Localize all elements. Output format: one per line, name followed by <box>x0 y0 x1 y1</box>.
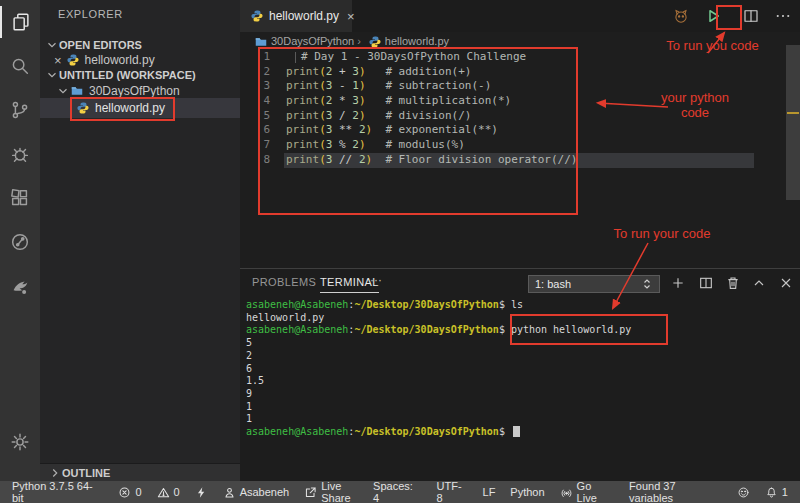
breadcrumb[interactable]: 30DaysOfPython › helloworld.py <box>240 32 800 50</box>
tab-title: helloworld.py <box>269 9 339 23</box>
stepper-icon <box>641 277 653 291</box>
status-label: LF <box>483 486 496 498</box>
code-line-4[interactable]: 4print(2 * 3) # multiplication(*) <box>240 94 800 109</box>
workspace-label: UNTITLED (WORKSPACE) <box>59 69 196 81</box>
tab-bar: helloworld.py × <box>240 0 800 32</box>
status-lightning[interactable] <box>195 486 208 499</box>
debug-icon[interactable] <box>0 138 40 170</box>
status-label: 0 <box>174 486 180 498</box>
tab-helloworld[interactable]: helloworld.py × <box>240 0 352 32</box>
outline-section-header[interactable]: OUTLINE <box>40 463 240 481</box>
code-text: print(3 // 2) # Floor division operator(… <box>284 153 577 168</box>
status-label: 0 <box>135 486 141 498</box>
breadcrumb-folder[interactable]: 30DaysOfPython <box>271 35 354 47</box>
status-go-live[interactable]: Go Live <box>560 480 614 503</box>
status-warnings[interactable]: 0 <box>157 486 180 499</box>
status-label: Live Share <box>321 480 373 503</box>
cat-icon[interactable] <box>672 7 690 25</box>
dial-icon[interactable] <box>0 226 40 258</box>
code-line-8[interactable]: 8print(3 // 2) # Floor division operator… <box>240 153 800 168</box>
split-terminal-icon[interactable] <box>698 275 714 291</box>
error-icon <box>118 486 131 499</box>
terminal-prompt-line: asabeneh@Asabeneh:~/Desktop/30DaysOfPyth… <box>246 299 631 312</box>
status-encoding[interactable]: UTF-8 <box>437 480 468 503</box>
status-label: Asabeneh <box>240 486 290 498</box>
run-code-button[interactable] <box>704 7 722 25</box>
panel-more-icon[interactable]: ··· <box>370 273 382 287</box>
terminal-output[interactable]: asabeneh@Asabeneh:~/Desktop/30DaysOfPyth… <box>246 299 631 439</box>
status-label: UTF-8 <box>437 480 468 503</box>
code-text: print(3 ** 2) # exponential(**) <box>284 123 498 138</box>
python-file-icon <box>76 101 90 115</box>
close-panel-icon[interactable] <box>778 275 794 291</box>
line-number: 3 <box>240 79 284 94</box>
code-text: print(2 * 3) # multiplication(*) <box>284 94 511 109</box>
breadcrumb-file[interactable]: helloworld.py <box>385 35 449 47</box>
open-editors-label: OPEN EDITORS <box>59 39 142 51</box>
code-line-5[interactable]: 5print(3 / 2) # division(/) <box>240 109 800 124</box>
search-icon[interactable] <box>0 50 40 82</box>
smiley-icon <box>737 486 750 499</box>
workspace-header[interactable]: UNTITLED (WORKSPACE) <box>40 67 240 83</box>
terminal-output-line: 5 <box>246 337 631 350</box>
status-feedback[interactable] <box>737 486 750 499</box>
status-variables-count[interactable]: Found 37 variables <box>629 480 722 503</box>
status-account[interactable]: Asabeneh <box>223 486 290 499</box>
code-text: # Day 1 - 30DaysOfPython Challenge <box>284 50 526 65</box>
status-eol[interactable]: LF <box>483 486 496 498</box>
editor-scrollbar[interactable] <box>786 45 800 200</box>
folder-name: 30DaysOfPython <box>89 84 180 98</box>
file-name: helloworld.py <box>95 101 165 115</box>
code-line-7[interactable]: 7print(3 % 2) # modulus(%) <box>240 138 800 153</box>
code-line-1[interactable]: 1# Day 1 - 30DaysOfPython Challenge <box>240 50 800 65</box>
chevron-down-icon <box>45 38 59 52</box>
code-text: print(2 + 3) # addition(+) <box>284 65 471 80</box>
code-line-3[interactable]: 3print(3 - 1) # subtraction(-) <box>240 79 800 94</box>
chevron-down-icon <box>45 68 59 82</box>
terminal-prompt-line: asabeneh@Asabeneh:~/Desktop/30DaysOfPyth… <box>246 426 631 439</box>
terminal-cursor <box>513 426 520 437</box>
status-errors[interactable]: 0 <box>118 486 141 499</box>
status-language-mode[interactable]: Python <box>510 486 544 498</box>
source-control-icon[interactable] <box>0 94 40 126</box>
line-number: 1 <box>240 50 284 65</box>
folder-icon <box>70 84 84 98</box>
extensions-icon[interactable] <box>0 182 40 214</box>
sidebar-title: EXPLORER <box>58 8 123 20</box>
new-terminal-icon[interactable] <box>670 275 686 291</box>
status-notifications[interactable]: 1 <box>765 486 788 499</box>
tab-close-icon[interactable]: × <box>347 9 355 24</box>
maximize-panel-icon[interactable] <box>751 275 767 291</box>
explorer-sidebar: EXPLORER OPEN EDITORS × helloworld.py UN… <box>40 0 240 481</box>
split-editor-icon[interactable] <box>742 7 760 25</box>
chevron-right-icon <box>48 466 62 480</box>
status-live-share[interactable]: Live Share <box>304 480 373 503</box>
code-editor[interactable]: 1# Day 1 - 30DaysOfPython Challenge2prin… <box>240 50 800 268</box>
code-line-6[interactable]: 6print(3 ** 2) # exponential(**) <box>240 123 800 138</box>
files-icon[interactable] <box>0 6 40 38</box>
gear-icon[interactable] <box>0 426 40 458</box>
share-icon <box>304 486 317 499</box>
code-line-2[interactable]: 2print(2 + 3) # addition(+) <box>240 65 800 80</box>
status-label: Python <box>510 486 544 498</box>
pen-icon[interactable] <box>0 270 40 302</box>
code-text: print(3 % 2) # modulus(%) <box>284 138 465 153</box>
status-indentation[interactable]: Spaces: 4 <box>373 480 422 503</box>
tab-problems[interactable]: PROBLEMS <box>252 276 316 292</box>
status-python-interpreter[interactable]: Python 3.7.5 64-bit <box>12 480 103 503</box>
kill-terminal-icon[interactable] <box>725 275 741 291</box>
shell-select[interactable]: 1: bash <box>528 275 660 293</box>
python-file-icon <box>368 35 381 48</box>
file-item-helloworld[interactable]: helloworld.py <box>40 98 240 118</box>
shell-select-value: 1: bash <box>535 278 571 290</box>
close-icon[interactable]: × <box>54 53 62 68</box>
terminal-prompt-line: asabeneh@Asabeneh:~/Desktop/30DaysOfPyth… <box>246 324 631 337</box>
more-actions-icon[interactable] <box>774 7 792 25</box>
terminal-output-line: 2 <box>246 350 631 363</box>
terminal-output-line: helloworld.py <box>246 312 631 325</box>
bell-icon <box>765 486 778 499</box>
line-number: 6 <box>240 123 284 138</box>
outline-label: OUTLINE <box>62 467 110 479</box>
folder-icon <box>254 35 267 48</box>
bottom-panel: PROBLEMS TERMINAL ··· 1: bash asabeneh@A… <box>240 268 800 481</box>
